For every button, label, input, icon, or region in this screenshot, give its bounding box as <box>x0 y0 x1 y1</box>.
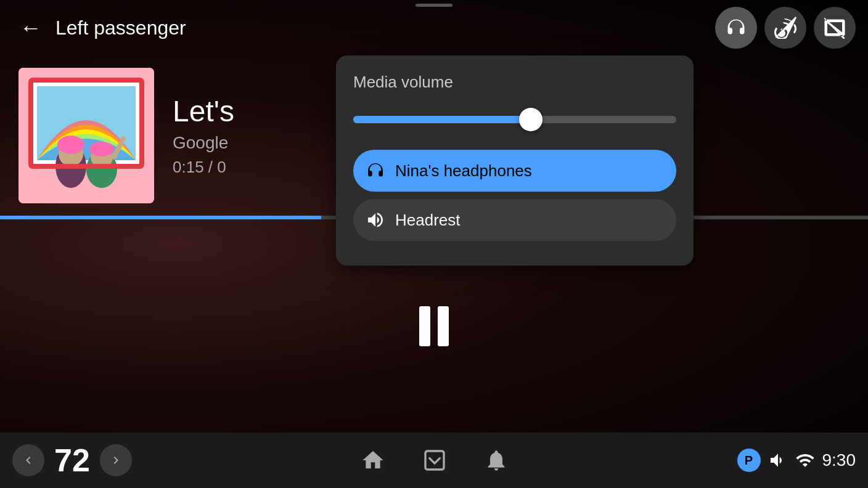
volume-slider-thumb[interactable] <box>519 108 542 131</box>
menu-icon <box>422 448 447 473</box>
bottom-center <box>132 442 737 479</box>
pause-bar-right <box>438 306 449 346</box>
chevron-left-icon <box>21 453 36 468</box>
headphones-option-icon <box>366 161 385 181</box>
bottom-bar: 72 P <box>0 433 868 488</box>
screen-off-button[interactable] <box>814 7 856 49</box>
bell-button[interactable] <box>478 442 515 479</box>
time-display: 9:30 <box>822 450 856 470</box>
home-icon <box>361 448 385 473</box>
volume-slider[interactable] <box>353 104 676 135</box>
track-title: Let's <box>173 94 234 128</box>
back-arrow-icon: ← <box>20 15 42 41</box>
svg-point-10 <box>89 142 114 157</box>
bottom-right: P 9:30 <box>737 449 856 472</box>
headphones-button[interactable] <box>715 7 757 49</box>
volume-slider-track <box>353 116 676 123</box>
track-info: Let's Google 0:15 / 0 <box>173 94 234 177</box>
page-title: Left passenger <box>55 17 186 39</box>
volume-up-button[interactable] <box>100 444 132 476</box>
drag-handle[interactable] <box>416 4 452 7</box>
speaker-icon <box>768 450 788 470</box>
bottom-left: 72 <box>12 442 132 479</box>
chevron-right-icon <box>108 453 123 468</box>
bell-icon <box>484 448 509 473</box>
volume-slider-fill <box>353 116 531 123</box>
pause-bar-left <box>419 306 430 346</box>
headrest-option-label: Headrest <box>395 211 461 230</box>
menu-button[interactable] <box>416 442 453 479</box>
top-icons <box>715 7 856 49</box>
album-art-image <box>18 68 154 203</box>
progress-fill <box>0 216 321 219</box>
pause-button[interactable] <box>419 306 449 346</box>
volume-dropdown: Media volume Nina's headphones Headrest <box>336 55 694 266</box>
volume-down-button[interactable] <box>12 444 44 476</box>
svg-line-1 <box>827 22 843 35</box>
signal-icon <box>795 450 815 470</box>
track-artist: Google <box>173 133 234 153</box>
album-art <box>18 68 154 203</box>
svg-rect-13 <box>425 451 444 470</box>
back-button[interactable]: ← <box>12 9 49 46</box>
output-option-headphones[interactable]: Nina's headphones <box>353 150 676 192</box>
headrest-option-icon <box>366 210 385 230</box>
top-bar: ← Left passenger <box>0 0 868 55</box>
screen-off-icon <box>824 17 846 39</box>
home-button[interactable] <box>354 442 391 479</box>
output-option-headrest[interactable]: Headrest <box>353 199 676 241</box>
wifi-off-button[interactable] <box>764 7 806 49</box>
track-time: 0:15 / 0 <box>173 158 234 177</box>
volume-label: Media volume <box>353 73 676 92</box>
headphones-icon <box>725 17 747 39</box>
svg-point-7 <box>57 136 84 154</box>
headphones-option-label: Nina's headphones <box>395 161 532 181</box>
p-badge: P <box>737 449 761 472</box>
volume-number: 72 <box>54 442 90 479</box>
wifi-off-icon <box>774 17 796 39</box>
